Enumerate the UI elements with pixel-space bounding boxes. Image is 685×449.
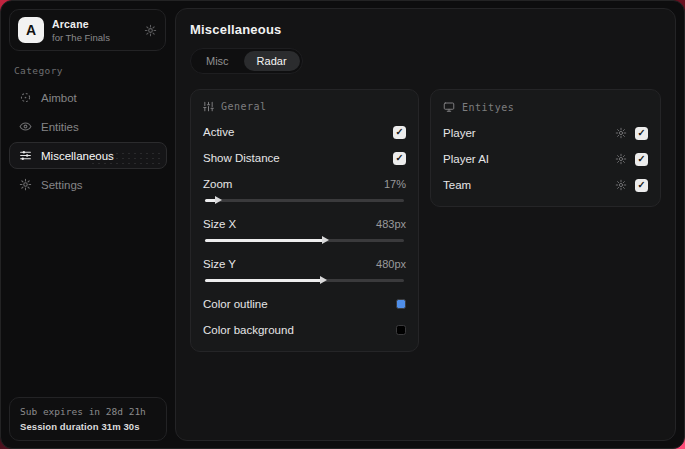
- app-logo: A: [18, 17, 44, 43]
- team-checkbox[interactable]: ✓: [635, 179, 648, 192]
- size-y-value: 480px: [376, 258, 406, 270]
- player-checkbox[interactable]: ✓: [635, 127, 648, 140]
- app-header-card: A Arcane for The Finals: [9, 9, 166, 51]
- entities-panel: Entityes Player ✓: [430, 89, 661, 207]
- slider-track: [205, 199, 404, 202]
- slider-thumb[interactable]: [320, 276, 327, 284]
- player-ai-settings-gear-icon[interactable]: [615, 153, 627, 165]
- sidebar-item-label: Entities: [41, 121, 79, 133]
- app-name: Arcane: [52, 18, 136, 30]
- subscription-card: Sub expires in 28d 21h Session duration …: [9, 397, 167, 441]
- player-settings-gear-icon[interactable]: [615, 127, 627, 139]
- sidebar-item-miscellaneous[interactable]: Miscellaneous: [9, 142, 167, 169]
- adjustments-icon: [203, 101, 214, 112]
- category-label: Category: [14, 65, 175, 76]
- color-background-swatch[interactable]: [396, 325, 406, 335]
- setting-row-size-y: Size Y 480px: [203, 254, 406, 274]
- main-content: Miscellaneous Misc Radar General Active: [175, 8, 676, 441]
- sidebar: A Arcane for The Finals Category: [1, 1, 175, 448]
- setting-label: Zoom: [203, 178, 232, 190]
- sidebar-nav: Aimbot Entities: [1, 84, 175, 198]
- show-distance-checkbox[interactable]: ✓: [393, 152, 406, 165]
- setting-row-show-distance: Show Distance ✓: [203, 148, 406, 168]
- gear-icon: [19, 178, 32, 191]
- team-settings-gear-icon[interactable]: [615, 179, 627, 191]
- slider-fill: [205, 239, 324, 243]
- entities-panel-title: Entityes: [462, 102, 514, 113]
- setting-label: Size X: [203, 218, 236, 230]
- entity-row-team: Team ✓: [443, 175, 648, 195]
- tab-radar[interactable]: Radar: [244, 51, 300, 71]
- color-outline-swatch[interactable]: [396, 299, 406, 309]
- setting-row-zoom: Zoom 17%: [203, 174, 406, 194]
- sidebar-item-entities[interactable]: Entities: [9, 113, 167, 140]
- setting-label: Size Y: [203, 258, 236, 270]
- entity-label: Team: [443, 179, 471, 191]
- app-meta: Arcane for The Finals: [52, 18, 136, 43]
- slider-thumb[interactable]: [322, 236, 329, 244]
- active-checkbox[interactable]: ✓: [393, 126, 406, 139]
- monitor-icon: [443, 101, 455, 113]
- setting-row-active: Active ✓: [203, 122, 406, 142]
- zoom-value: 17%: [384, 178, 406, 190]
- general-panel: General Active ✓ Show Distance ✓ Zoom 17…: [190, 89, 419, 352]
- general-panel-header: General: [203, 101, 406, 112]
- slider-thumb[interactable]: [215, 196, 222, 204]
- panels-row: General Active ✓ Show Distance ✓ Zoom 17…: [190, 89, 661, 352]
- sidebar-item-aimbot[interactable]: Aimbot: [9, 84, 167, 111]
- entity-row-player: Player ✓: [443, 123, 648, 143]
- entity-label: Player AI: [443, 153, 489, 165]
- size-y-slider[interactable]: [205, 276, 404, 284]
- page-title: Miscellaneous: [190, 22, 661, 37]
- sidebar-item-settings[interactable]: Settings: [9, 171, 167, 198]
- slider-fill: [205, 279, 322, 283]
- app-subtitle: for The Finals: [52, 32, 136, 43]
- setting-label: Show Distance: [203, 152, 280, 164]
- player-ai-checkbox[interactable]: ✓: [635, 153, 648, 166]
- sidebar-item-label: Settings: [41, 179, 83, 191]
- eye-icon: [19, 120, 32, 133]
- entity-row-player-ai: Player AI ✓: [443, 149, 648, 169]
- sidebar-item-label: Aimbot: [41, 92, 77, 104]
- sidebar-item-label: Miscellaneous: [41, 150, 114, 162]
- setting-row-size-x: Size X 483px: [203, 214, 406, 234]
- tab-misc[interactable]: Misc: [193, 51, 242, 71]
- setting-label: Active: [203, 126, 234, 138]
- app-window: A Arcane for The Finals Category: [0, 0, 685, 449]
- sliders-icon: [19, 149, 32, 162]
- size-x-value: 483px: [376, 218, 406, 230]
- header-gear-icon[interactable]: [144, 24, 157, 37]
- general-panel-title: General: [221, 101, 267, 112]
- entity-label: Player: [443, 127, 476, 139]
- setting-label: Color outline: [203, 298, 268, 310]
- entity-controls: ✓: [615, 127, 648, 140]
- entity-controls: ✓: [615, 153, 648, 166]
- entities-panel-header: Entityes: [443, 101, 648, 113]
- sub-expiry-text: Sub expires in 28d 21h: [20, 406, 156, 417]
- setting-row-color-background: Color background: [203, 320, 406, 340]
- entity-controls: ✓: [615, 179, 648, 192]
- size-x-slider[interactable]: [205, 236, 404, 244]
- zoom-slider[interactable]: [205, 196, 404, 204]
- setting-row-color-outline: Color outline: [203, 294, 406, 314]
- setting-label: Color background: [203, 324, 294, 336]
- session-duration-text: Session duration 31m 30s: [20, 421, 156, 432]
- crosshair-icon: [19, 91, 32, 104]
- tab-group: Misc Radar: [190, 48, 303, 74]
